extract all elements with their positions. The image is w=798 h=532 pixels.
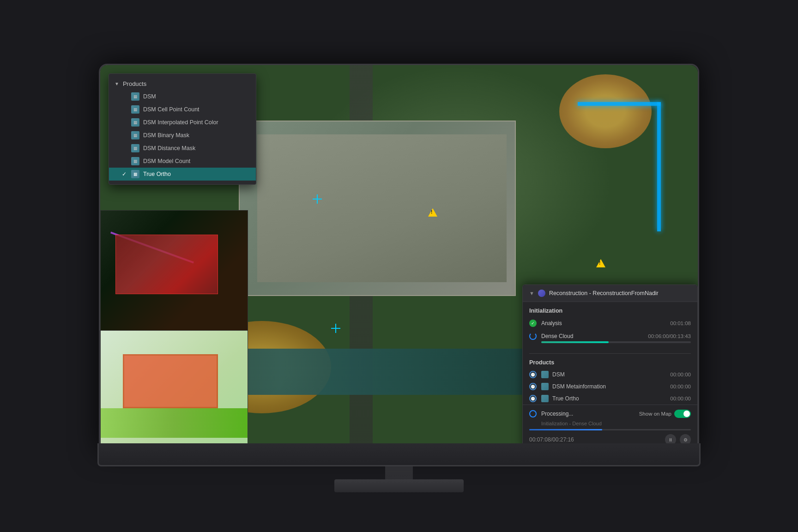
- dsm-model-label: DSM Model Count: [143, 158, 190, 164]
- crosshair-marker-1: [313, 194, 322, 204]
- dsm-binary-label: DSM Binary Mask: [143, 132, 189, 139]
- check-icon-dsm: [122, 93, 128, 100]
- show-on-map-toggle[interactable]: [674, 410, 691, 418]
- dense-cloud-label: Dense Cloud: [541, 333, 644, 339]
- check-icon-dsm-cell: [122, 106, 128, 113]
- dense-cloud-progress-icon: [529, 332, 537, 340]
- dropdown-item-true-ortho[interactable]: ✓ ▦ True Ortho: [109, 168, 256, 181]
- dropdown-item-dsm-model[interactable]: ▦ DSM Model Count: [109, 155, 256, 168]
- section-divider: [529, 353, 691, 354]
- warning-triangle-2: [596, 259, 605, 267]
- dsm-distance-icon: ▦: [131, 144, 139, 152]
- initialization-label: Initialization: [529, 308, 691, 314]
- product-dsm-label: DSM: [552, 371, 670, 378]
- product-dsm-meta-time: 00:00:00: [670, 384, 691, 389]
- dense-cloud-time: 00:06:00/00:13:43: [648, 333, 691, 339]
- dsm-interp-icon: ▦: [131, 118, 139, 127]
- check-icon-dsm-binary: [122, 132, 128, 139]
- product-dsm-meta-label: DSM Metainformation: [552, 383, 670, 390]
- true-ortho-icon: ▦: [131, 170, 139, 178]
- dense-cloud-row: Dense Cloud 00:06:00/00:13:43: [529, 332, 691, 344]
- dsm-cell-label: DSM Cell Point Count: [143, 106, 200, 113]
- toggle-knob: [683, 411, 690, 417]
- panel-collapse-icon[interactable]: ▼: [529, 290, 534, 296]
- dropdown-item-dsm-interp[interactable]: ▦ DSM Interpolated Point Color: [109, 116, 256, 129]
- monitor: ▼ Products ▦ DSM ▦ DSM Cell Point Count …: [99, 64, 699, 452]
- monitor-stand-base: [334, 479, 464, 492]
- scene: ▼ Products ▦ DSM ▦ DSM Cell Point Count …: [76, 40, 722, 492]
- dsm-model-icon: ▦: [131, 157, 139, 165]
- footer-progress-bar: [529, 429, 691, 430]
- dense-cloud-progress-fill: [541, 341, 609, 343]
- product-dsm-meta-icon: [541, 383, 549, 390]
- monitor-chin: [97, 443, 701, 466]
- panel-title-bar: ▼ Reconstruction - ReconstructionFromNad…: [523, 285, 697, 302]
- check-icon-dsm-model: [122, 158, 128, 164]
- dsm-icon: ▦: [131, 92, 139, 101]
- footer-processing-label: Processing...: [541, 411, 639, 417]
- product-dsm-meta-clock-icon: 🕐: [529, 383, 537, 390]
- analysis-status-check-icon: ✓: [529, 320, 537, 327]
- footer-timer: 00:07:08/00:27:16: [529, 436, 574, 443]
- show-on-map-label: Show on Map: [639, 411, 671, 417]
- footer-progress-fill: [529, 429, 602, 430]
- footer-processing-icon: [529, 410, 537, 417]
- product-dsm-clock-icon: 🕐: [529, 371, 537, 378]
- product-dsm-meta: 🕐 DSM Metainformation 00:00:00: [523, 381, 697, 393]
- product-true-ortho-time: 00:00:00: [670, 396, 691, 401]
- product-dsm: 🕐 DSM 00:00:00: [523, 369, 697, 381]
- analysis-time: 00:01:08: [670, 320, 691, 326]
- dropdown-header-label: Products: [123, 80, 146, 87]
- dropdown-header: ▼ Products: [109, 78, 256, 90]
- reconstruction-icon: [538, 290, 545, 297]
- product-true-ortho-icon: [541, 395, 549, 402]
- product-true-ortho-clock-icon: 🕐: [529, 395, 537, 402]
- screen-content: ▼ Products ▦ DSM ▦ DSM Cell Point Count …: [100, 65, 698, 450]
- dsm-interp-label: DSM Interpolated Point Color: [143, 119, 218, 126]
- dsm-cell-icon: ▦: [131, 105, 139, 114]
- products-section-label: Products: [523, 356, 697, 369]
- dropdown-item-dsm[interactable]: ▦ DSM: [109, 90, 256, 103]
- dsm-binary-icon: ▦: [131, 131, 139, 139]
- product-dsm-time: 00:00:00: [670, 372, 691, 377]
- processing-panel: ▼ Reconstruction - ReconstructionFromNad…: [522, 284, 698, 450]
- footer-processing-row: Processing... Show on Map: [529, 410, 691, 418]
- dropdown-arrow-icon: ▼: [115, 81, 119, 86]
- crosshair-marker-2: [331, 324, 340, 333]
- product-true-ortho-label: True Ortho: [552, 395, 670, 402]
- products-dropdown-panel: ▼ Products ▦ DSM ▦ DSM Cell Point Count …: [109, 73, 256, 185]
- true-ortho-label: True Ortho: [143, 171, 171, 177]
- analysis-label: Analysis: [541, 320, 666, 326]
- small-viewport-bottom: [100, 331, 248, 451]
- dsm-label: DSM: [143, 93, 156, 100]
- initialization-section: Initialization ✓ Analysis 00:01:08 Dense…: [523, 302, 697, 351]
- product-true-ortho: 🕐 True Ortho 00:00:00: [523, 393, 697, 405]
- panel-map-color: [101, 331, 248, 450]
- panel-map-ir: [101, 211, 248, 330]
- small-viewport-top: [100, 210, 248, 331]
- check-icon-dsm-distance: [122, 145, 128, 151]
- dropdown-item-dsm-cell[interactable]: ▦ DSM Cell Point Count: [109, 103, 256, 116]
- dropdown-item-dsm-distance[interactable]: ▦ DSM Distance Mask: [109, 142, 256, 155]
- footer-sublabel: Initialization - Dense Cloud: [541, 421, 691, 426]
- check-icon-true-ortho: ✓: [122, 171, 128, 177]
- warning-triangle-1: [428, 208, 437, 217]
- dense-cloud-progress-bar: [541, 341, 691, 343]
- dropdown-item-dsm-binary[interactable]: ▦ DSM Binary Mask: [109, 129, 256, 142]
- dsm-distance-label: DSM Distance Mask: [143, 145, 195, 151]
- panel-title: Reconstruction - ReconstructionFromNadir: [549, 290, 659, 296]
- check-icon-dsm-interp: [122, 119, 128, 126]
- analysis-row: ✓ Analysis 00:01:08: [529, 319, 691, 328]
- small-viewports: [100, 210, 248, 450]
- product-dsm-icon: [541, 371, 549, 378]
